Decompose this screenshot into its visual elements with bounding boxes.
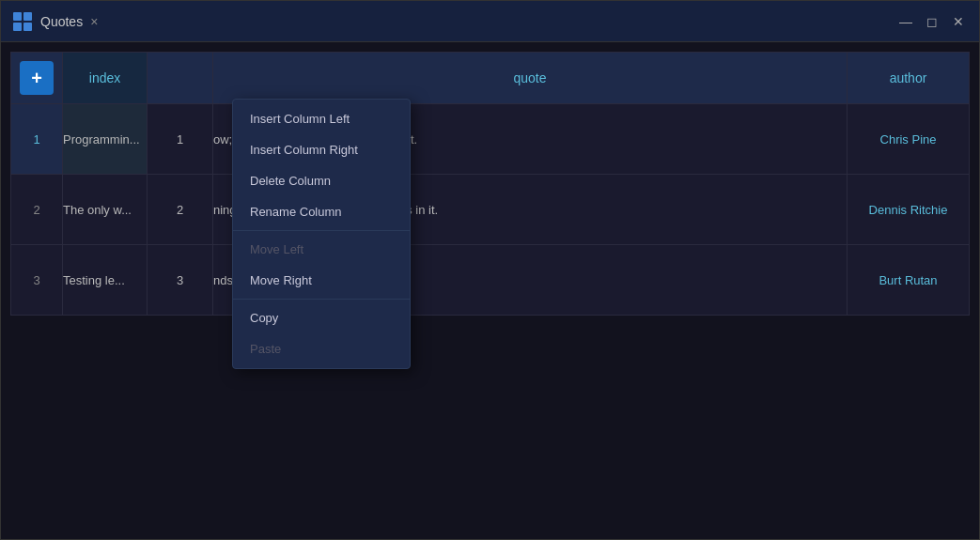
table-row: 1 Programmin... 1 ow; it's about what yo…	[11, 104, 970, 175]
titlebar: Quotes × — ◻ ✕	[1, 1, 979, 42]
table-row: 3 Testing le... 3 nds to understanding.	[11, 245, 970, 316]
menu-move-right[interactable]: Move Right	[233, 265, 410, 296]
cell-rownum-1: 1	[148, 104, 213, 175]
menu-move-left: Move Left	[233, 234, 410, 265]
row-number-1: 1	[11, 104, 63, 175]
menu-insert-col-left[interactable]: Insert Column Left	[233, 103, 410, 134]
cell-index-3[interactable]: Testing le...	[63, 245, 148, 316]
close-button[interactable]: ✕	[949, 12, 968, 31]
row-number-3: 3	[11, 245, 63, 316]
menu-separator-1	[233, 230, 410, 231]
cell-author-2[interactable]: Dennis Ritchie	[848, 175, 970, 245]
cell-author-1[interactable]: Chris Pine	[848, 104, 970, 175]
cell-index-2[interactable]: The only w...	[63, 175, 148, 245]
svg-rect-0	[13, 12, 22, 21]
column-header-index[interactable]: index	[63, 53, 148, 104]
cell-author-3[interactable]: Burt Rutan	[848, 245, 970, 316]
table-container: + index quote author	[10, 52, 970, 316]
menu-delete-column[interactable]: Delete Column	[233, 165, 410, 196]
menu-copy[interactable]: Copy	[233, 302, 410, 333]
window-title: Quotes	[40, 14, 83, 29]
menu-paste: Paste	[233, 333, 410, 364]
cell-rownum-2: 2	[148, 175, 213, 245]
data-table: + index quote author	[10, 52, 970, 316]
maximize-button[interactable]: ◻	[923, 12, 941, 31]
table-header-row: + index quote author	[11, 53, 970, 104]
app-icon	[12, 11, 33, 32]
add-column-button[interactable]: +	[20, 61, 54, 95]
cell-rownum-3: 3	[148, 245, 213, 316]
menu-insert-col-right[interactable]: Insert Column Right	[233, 134, 410, 165]
table-row: 2 The only w... 2 ning language is by wr…	[11, 175, 970, 245]
column-header-rownum	[148, 53, 213, 104]
content-area: + index quote author	[1, 42, 979, 539]
cell-index-1[interactable]: Programmin...	[63, 104, 148, 175]
svg-rect-1	[23, 12, 32, 21]
app-window: Quotes × — ◻ ✕ + index	[0, 0, 980, 540]
menu-separator-2	[233, 299, 410, 300]
column-header-author[interactable]: author	[848, 53, 970, 104]
menu-rename-column[interactable]: Rename Column	[233, 196, 410, 227]
svg-rect-3	[23, 23, 32, 31]
minimize-button[interactable]: —	[896, 12, 915, 31]
window-controls: — ◻ ✕	[896, 12, 968, 31]
column-header-quote[interactable]: quote	[213, 53, 848, 104]
close-tab-icon[interactable]: ×	[90, 14, 98, 29]
add-column-header: +	[11, 53, 63, 104]
row-number-2: 2	[11, 175, 63, 245]
context-menu: Insert Column Left Insert Column Right D…	[232, 99, 411, 369]
svg-rect-2	[13, 23, 22, 31]
